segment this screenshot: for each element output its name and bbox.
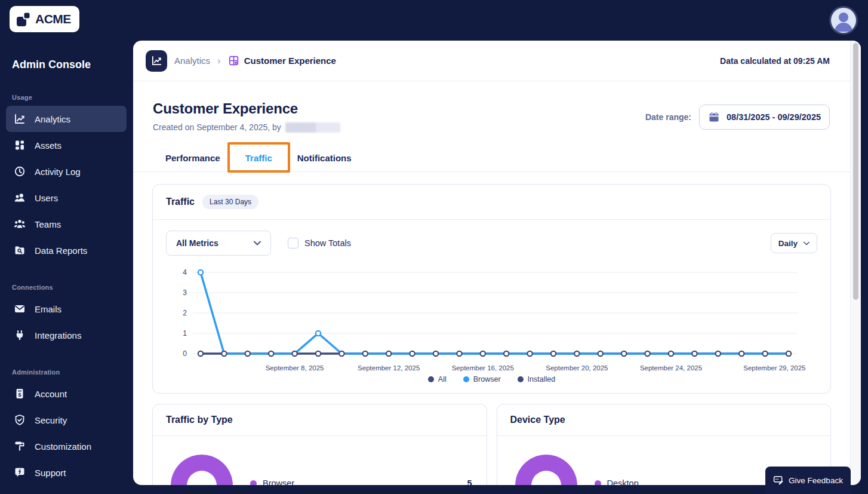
metrics-dropdown[interactable]: All Metrics bbox=[166, 231, 271, 256]
envelope-icon bbox=[14, 303, 26, 315]
sidebar-item-label: Teams bbox=[35, 219, 61, 229]
feedback-label: Give Feedback bbox=[789, 476, 843, 485]
legend-dot bbox=[428, 376, 434, 382]
card-header: Device Type bbox=[497, 404, 831, 436]
donut-chart bbox=[515, 455, 577, 485]
show-totals-group[interactable]: Show Totals bbox=[288, 238, 351, 248]
legend-label: Browser bbox=[263, 478, 294, 485]
sidebar-item-label: Assets bbox=[35, 140, 61, 151]
donut-legend-row: Browser 5 bbox=[250, 478, 472, 485]
svg-text:2: 2 bbox=[183, 309, 187, 317]
svg-text:September 8, 2025: September 8, 2025 bbox=[266, 364, 324, 372]
svg-text:1: 1 bbox=[183, 329, 187, 337]
sidebar-item-label: Users bbox=[35, 193, 58, 203]
grid-blocks-icon bbox=[14, 139, 26, 151]
svg-text:$: $ bbox=[18, 392, 21, 398]
folder-search-icon bbox=[14, 244, 26, 256]
legend-dot bbox=[250, 480, 257, 486]
feedback-pencil-icon bbox=[773, 475, 784, 486]
sidebar-item-emails[interactable]: Emails bbox=[6, 296, 127, 322]
card-header: Traffic by Type bbox=[153, 404, 487, 436]
sidebar-item-teams[interactable]: Teams bbox=[6, 211, 127, 237]
date-range-picker[interactable]: 08/31/2025 - 09/29/2025 bbox=[699, 105, 830, 130]
sidebar-item-users[interactable]: Users bbox=[6, 185, 127, 211]
card-title: Device Type bbox=[510, 415, 565, 425]
calendar-icon bbox=[708, 111, 720, 123]
history-clock-icon bbox=[14, 165, 26, 177]
svg-text:September 24, 2025: September 24, 2025 bbox=[640, 364, 702, 372]
nav-section-usage: Usage Analytics Assets bbox=[6, 87, 127, 263]
paint-roller-icon bbox=[14, 440, 26, 452]
traffic-line-chart: 01234September 8, 2025September 12, 2025… bbox=[153, 258, 830, 380]
svg-text:4: 4 bbox=[183, 268, 187, 277]
data-calculated-text: Data calculated at 09:25 AM bbox=[720, 56, 830, 66]
legend-item-browser: Browser bbox=[463, 375, 501, 383]
sidebar-item-account[interactable]: $ Account bbox=[6, 381, 127, 407]
sidebar-item-activity-log[interactable]: Activity Log bbox=[6, 158, 127, 185]
traffic-card-title: Traffic bbox=[166, 197, 195, 207]
billing-doc-icon: $ bbox=[14, 388, 26, 400]
sidebar-nav: Usage Analytics Assets bbox=[6, 87, 127, 486]
tab-notifications[interactable]: Notifications bbox=[288, 147, 361, 171]
sidebar-item-label: Analytics bbox=[35, 114, 70, 124]
scrollbar-track[interactable] bbox=[850, 41, 861, 485]
legend-item-all: All bbox=[428, 375, 447, 383]
donut-chart bbox=[171, 455, 233, 485]
svg-text:0: 0 bbox=[183, 349, 187, 358]
svg-text:September 12, 2025: September 12, 2025 bbox=[358, 364, 420, 372]
acme-logo-mark-icon bbox=[16, 11, 32, 27]
acme-logo[interactable]: ACME bbox=[10, 6, 79, 32]
nav-section-label: Usage bbox=[6, 87, 127, 106]
line-chart-icon bbox=[14, 113, 26, 125]
date-range-group: Date range: 08/31/2025 - 09/29/2025 bbox=[645, 105, 830, 130]
sidebar-item-label: Support bbox=[35, 468, 66, 478]
traffic-card-header: Traffic Last 30 Days bbox=[153, 185, 830, 220]
sidebar-item-analytics[interactable]: Analytics bbox=[6, 106, 127, 132]
created-line: Created on September 4, 2025, by bbox=[153, 122, 340, 133]
support-chat-icon bbox=[14, 467, 26, 478]
sidebar-item-integrations[interactable]: Integrations bbox=[6, 322, 127, 348]
sidebar-item-customization[interactable]: Customization bbox=[6, 433, 127, 459]
sidebar-item-label: Emails bbox=[35, 304, 61, 314]
date-range-label: Date range: bbox=[645, 112, 691, 122]
page-title: Customer Experience bbox=[153, 100, 340, 117]
sidebar-item-support[interactable]: Support bbox=[6, 459, 127, 486]
scrollbar-thumb[interactable] bbox=[853, 43, 858, 300]
type-cards-row: Traffic by Type Browser 5 Device Type De… bbox=[152, 404, 831, 485]
page-header: Analytics › Customer Experience Data cal… bbox=[133, 41, 850, 81]
tab-traffic[interactable]: Traffic bbox=[236, 147, 282, 171]
sidebar-item-assets[interactable]: Assets bbox=[6, 132, 127, 158]
plug-icon bbox=[14, 329, 26, 341]
users-icon bbox=[14, 192, 26, 204]
tab-performance[interactable]: Performance bbox=[156, 147, 230, 171]
sidebar-item-label: Integrations bbox=[35, 330, 81, 340]
sidebar-item-label: Data Reports bbox=[35, 246, 87, 256]
sidebar-item-label: Security bbox=[35, 415, 67, 425]
analytics-tile-icon bbox=[146, 50, 167, 72]
person-icon bbox=[831, 8, 856, 33]
chevron-right-icon: › bbox=[217, 55, 221, 67]
sidebar-item-data-reports[interactable]: Data Reports bbox=[6, 237, 127, 263]
sidebar-item-label: Customization bbox=[35, 441, 91, 452]
legend-dot bbox=[518, 376, 524, 382]
sidebar-item-security[interactable]: Security bbox=[6, 407, 127, 433]
dashboard-grid-icon bbox=[228, 55, 239, 66]
tab-bar: Performance Traffic Notifications bbox=[133, 133, 850, 172]
svg-text:3: 3 bbox=[183, 289, 187, 297]
show-totals-checkbox[interactable] bbox=[288, 238, 298, 248]
svg-text:September 29, 2025: September 29, 2025 bbox=[743, 364, 805, 372]
console-title: Admin Console bbox=[12, 59, 91, 71]
logo-text: ACME bbox=[35, 12, 71, 26]
user-avatar[interactable] bbox=[831, 8, 856, 33]
give-feedback-button[interactable]: Give Feedback bbox=[765, 467, 851, 494]
content-panel: Analytics › Customer Experience Data cal… bbox=[133, 41, 861, 485]
breadcrumb-current: Customer Experience bbox=[244, 56, 336, 66]
chevron-down-icon bbox=[804, 241, 809, 246]
nav-section-connections: Connections Emails Integrations bbox=[6, 277, 127, 348]
show-totals-label: Show Totals bbox=[304, 238, 351, 248]
legend-item-installed: Installed bbox=[518, 375, 556, 383]
breadcrumb-analytics[interactable]: Analytics bbox=[174, 56, 210, 66]
teams-icon bbox=[14, 218, 26, 230]
interval-dropdown[interactable]: Daily bbox=[771, 233, 817, 253]
svg-text:September 16, 2025: September 16, 2025 bbox=[452, 364, 514, 372]
